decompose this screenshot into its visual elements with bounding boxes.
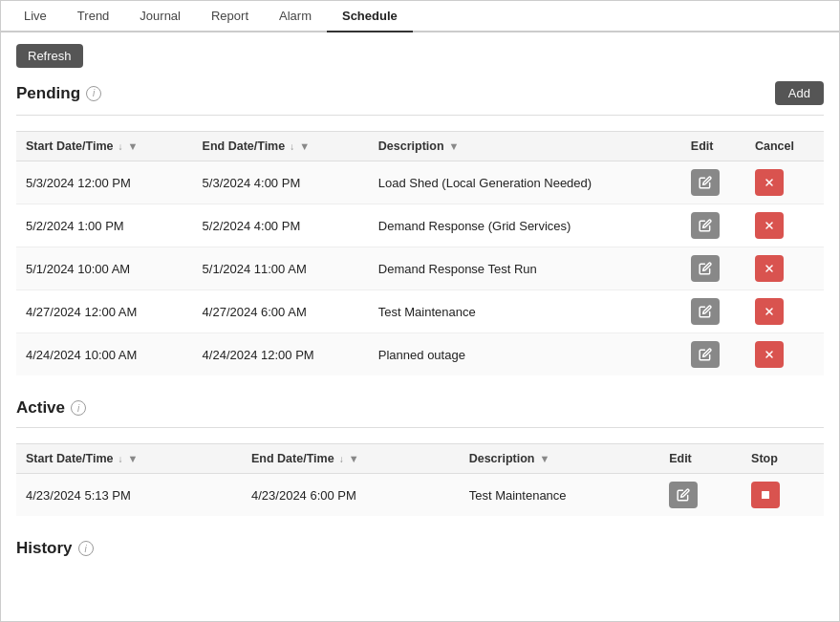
active-col-stop: Stop [742, 444, 824, 474]
end-sort-icon[interactable]: ↓ [290, 141, 294, 152]
pending-col-description: Description ▼ [369, 132, 681, 161]
pending-edit-cell-4 [681, 333, 745, 376]
active-stop-cell-0 [742, 474, 824, 517]
tab-journal[interactable]: Journal [124, 1, 196, 32]
pending-end-1: 5/2/2024 4:00 PM [193, 204, 369, 247]
pending-desc-4: Planned outage [369, 333, 681, 376]
active-edit-button-0[interactable] [669, 482, 698, 508]
tab-alarm[interactable]: Alarm [264, 1, 327, 32]
svg-rect-10 [762, 491, 769, 499]
pending-cancel-button-0[interactable] [755, 169, 784, 196]
end-filter-icon[interactable]: ▼ [299, 140, 310, 152]
pending-desc-3: Test Maintenance [369, 290, 681, 333]
pending-col-edit: Edit [681, 132, 745, 161]
tab-trend[interactable]: Trend [62, 1, 124, 32]
active-stop-button-0[interactable] [751, 482, 780, 508]
pending-cancel-button-2[interactable] [755, 255, 784, 282]
pending-edit-cell-2 [681, 247, 745, 290]
pending-edit-button-1[interactable] [691, 212, 720, 239]
pending-start-4: 4/24/2024 10:00 AM [16, 333, 193, 376]
desc-filter-icon[interactable]: ▼ [449, 140, 460, 152]
active-col-end: End Date/Time ↓ ▼ [242, 444, 460, 474]
pending-cancel-button-3[interactable] [755, 298, 784, 325]
add-button[interactable]: Add [775, 81, 824, 105]
pending-end-0: 5/3/2024 4:00 PM [193, 161, 369, 204]
pending-edit-button-4[interactable] [691, 341, 720, 368]
pending-edit-button-2[interactable] [691, 255, 720, 282]
pending-edit-cell-1 [681, 204, 745, 247]
active-end-filter-icon[interactable]: ▼ [349, 453, 359, 464]
pending-start-0: 5/3/2024 12:00 PM [16, 161, 193, 204]
history-title-text: History [16, 539, 73, 558]
tab-bar: Live Trend Journal Report Alarm Schedule [1, 1, 839, 32]
table-row: 4/23/2024 5:13 PM 4/23/2024 6:00 PM Test… [16, 474, 824, 517]
pending-cancel-cell-1 [745, 204, 824, 247]
pending-col-start: Start Date/Time ↓ ▼ [16, 132, 193, 161]
pending-edit-button-3[interactable] [691, 298, 720, 325]
pending-end-2: 5/1/2024 11:00 AM [193, 247, 369, 290]
history-info-icon: i [78, 541, 94, 556]
active-title-text: Active [16, 398, 65, 418]
pending-end-3: 4/27/2024 6:00 AM [193, 290, 369, 333]
active-end-0: 4/23/2024 6:00 PM [242, 474, 460, 517]
pending-cancel-cell-4 [745, 333, 824, 376]
pending-divider [16, 115, 824, 116]
active-section-header: Active i [16, 398, 824, 418]
tab-report[interactable]: Report [196, 1, 264, 32]
active-col-start: Start Date/Time ↓ ▼ [16, 444, 242, 474]
active-start-0: 4/23/2024 5:13 PM [16, 474, 242, 517]
pending-col-end: End Date/Time ↓ ▼ [193, 132, 369, 161]
history-section: History i [16, 539, 824, 558]
pending-desc-1: Demand Response (Grid Services) [369, 204, 681, 247]
pending-cancel-button-4[interactable] [755, 341, 784, 368]
active-table-header-row: Start Date/Time ↓ ▼ End Date/Time ↓ ▼ De… [16, 444, 824, 474]
pending-edit-cell-3 [681, 290, 745, 333]
refresh-button[interactable]: Refresh [16, 44, 83, 68]
pending-table-header-row: Start Date/Time ↓ ▼ End Date/Time ↓ ▼ De… [16, 132, 824, 161]
pending-info-icon: i [86, 86, 101, 101]
table-row: 5/2/2024 1:00 PM 5/2/2024 4:00 PM Demand… [16, 204, 824, 247]
history-title: History i [16, 539, 824, 558]
pending-desc-2: Demand Response Test Run [369, 247, 681, 290]
active-col-edit: Edit [659, 444, 742, 474]
active-col-description: Description ▼ [460, 444, 659, 474]
pending-start-3: 4/27/2024 12:00 AM [16, 290, 193, 333]
active-end-sort-icon[interactable]: ↓ [339, 454, 344, 464]
table-row: 4/24/2024 10:00 AM 4/24/2024 12:00 PM Pl… [16, 333, 824, 376]
pending-table: Start Date/Time ↓ ▼ End Date/Time ↓ ▼ De… [16, 131, 824, 375]
table-row: 4/27/2024 12:00 AM 4/27/2024 6:00 AM Tes… [16, 290, 824, 333]
pending-start-2: 5/1/2024 10:00 AM [16, 247, 193, 290]
pending-desc-0: Load Shed (Local Generation Needed) [369, 161, 681, 204]
table-row: 5/3/2024 12:00 PM 5/3/2024 4:00 PM Load … [16, 161, 824, 204]
pending-cancel-button-1[interactable] [755, 212, 784, 239]
start-filter-icon[interactable]: ▼ [127, 140, 138, 152]
start-sort-icon[interactable]: ↓ [118, 141, 122, 152]
pending-title-text: Pending [16, 84, 80, 103]
main-content: Refresh Pending i Add Start Date/Time ↓ … [1, 32, 839, 569]
pending-section-header: Pending i Add [16, 81, 824, 105]
pending-title: Pending i [16, 84, 101, 103]
active-desc-0: Test Maintenance [460, 474, 659, 517]
active-title: Active i [16, 398, 86, 418]
pending-edit-button-0[interactable] [691, 169, 720, 196]
active-table: Start Date/Time ↓ ▼ End Date/Time ↓ ▼ De… [16, 443, 824, 516]
active-info-icon: i [71, 400, 86, 416]
pending-cancel-cell-3 [745, 290, 824, 333]
table-row: 5/1/2024 10:00 AM 5/1/2024 11:00 AM Dema… [16, 247, 824, 290]
pending-start-1: 5/2/2024 1:00 PM [16, 204, 193, 247]
tab-live[interactable]: Live [9, 1, 62, 32]
pending-col-cancel: Cancel [745, 132, 824, 161]
pending-end-4: 4/24/2024 12:00 PM [193, 333, 369, 376]
pending-cancel-cell-0 [745, 161, 824, 204]
active-desc-filter-icon[interactable]: ▼ [539, 453, 549, 464]
tab-schedule[interactable]: Schedule [327, 1, 413, 32]
pending-cancel-cell-2 [745, 247, 824, 290]
active-start-filter-icon[interactable]: ▼ [127, 453, 138, 464]
active-divider [16, 427, 824, 428]
active-start-sort-icon[interactable]: ↓ [118, 454, 122, 464]
active-edit-cell-0 [659, 474, 742, 517]
pending-edit-cell-0 [681, 161, 745, 204]
